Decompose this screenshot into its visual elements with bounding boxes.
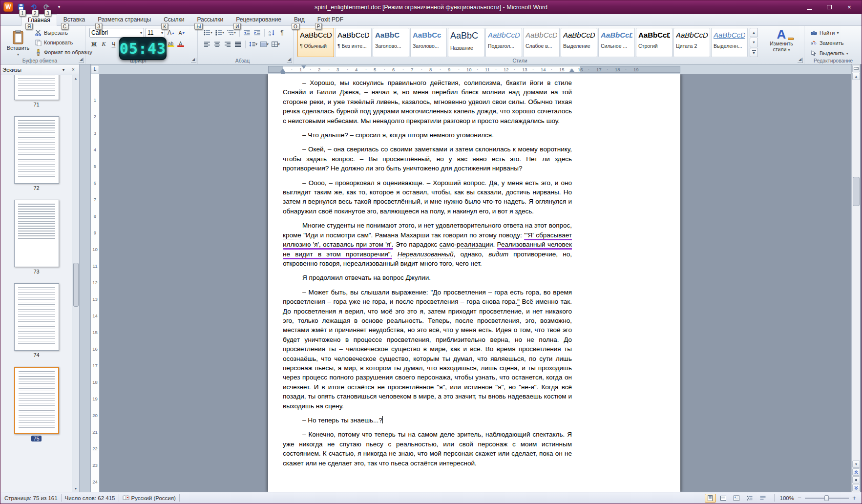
style-Слабое-в-[interactable]: AaBbCcDcСлабое в... xyxy=(523,28,560,57)
left-indent-marker[interactable] xyxy=(281,72,285,74)
zoom-out-button[interactable]: − xyxy=(796,494,803,502)
tab-вид[interactable]: ВидО xyxy=(288,14,311,26)
thumbnails-scroll-up[interactable]: ▲ xyxy=(73,75,79,82)
select-button[interactable]: Выделить▾ xyxy=(808,49,850,58)
view-fullscreen-button[interactable] xyxy=(718,494,729,503)
paragraph[interactable]: – Что дальше? – спросил я, когда шторм н… xyxy=(283,130,572,140)
paragraph[interactable]: – Хорошо, мы коснулись правильного дейст… xyxy=(283,78,572,126)
style-Заголово-[interactable]: AaBbCcЗаголово... xyxy=(410,28,447,57)
styles-dialog-launcher[interactable]: ◢ xyxy=(798,58,803,63)
minimize-button[interactable] xyxy=(799,2,819,12)
scroll-up-button[interactable]: ▲ xyxy=(852,73,860,80)
paragraph[interactable]: Многие студенты не понимают этого, и нет… xyxy=(283,221,572,268)
paragraph[interactable]: – Конечно, потому что теперь ты на самом… xyxy=(283,430,572,468)
numbering-button[interactable]: ▾ xyxy=(214,28,225,37)
font-dialog-launcher[interactable]: ◢ xyxy=(191,58,196,63)
view-print-layout-button[interactable] xyxy=(705,494,716,503)
thumbnails-scroll-down[interactable]: ▼ xyxy=(73,485,79,492)
word-count[interactable]: Число слов: 62 415 xyxy=(65,495,115,501)
sort-button[interactable]: АЯ xyxy=(267,28,276,37)
tab-вставка[interactable]: ВставкаС xyxy=(57,14,92,26)
page-thumbnail-72[interactable]: 72 xyxy=(14,116,59,191)
view-web-layout-button[interactable] xyxy=(731,494,742,503)
document-text[interactable]: – Хорошо, мы коснулись правильного дейст… xyxy=(283,78,572,473)
tab-foxit-pdf[interactable]: Foxit PDFР xyxy=(311,14,350,26)
paragraph[interactable]: – Может быть, вы слышали выражение: "До … xyxy=(283,288,572,411)
tab-главная[interactable]: ГлавнаяЯ xyxy=(21,14,57,26)
align-left-button[interactable] xyxy=(203,40,212,49)
align-center-button[interactable] xyxy=(213,40,222,49)
redo-button[interactable]: 3 xyxy=(42,2,51,12)
page-thumbnail-75[interactable]: 75 xyxy=(14,367,59,441)
thumbnails-scroll-thumb[interactable] xyxy=(73,263,79,307)
paragraph[interactable]: – Но теперь ты знаешь...? xyxy=(283,416,572,425)
borders-button[interactable]: ▾ xyxy=(271,40,281,49)
shading-button[interactable]: ▾ xyxy=(259,40,270,49)
format-painter-button[interactable]: Формат по образцу xyxy=(33,48,94,57)
paste-button[interactable]: Вставить ▾ xyxy=(5,28,31,59)
ruler-toggle-button[interactable] xyxy=(852,65,860,72)
page-indicator[interactable]: Страница: 75 из 161 xyxy=(4,495,58,501)
view-draft-button[interactable] xyxy=(757,494,769,503)
pane-splitter[interactable] xyxy=(80,64,91,492)
page-thumbnail-71[interactable]: 71 xyxy=(14,75,59,107)
undo-button[interactable]: 2 xyxy=(29,2,39,12)
replace-button[interactable]: ab Заменить xyxy=(808,39,850,47)
save-button[interactable]: 1 xyxy=(16,2,26,12)
change-styles-button[interactable]: A Изменить стили ▾ xyxy=(762,28,800,58)
style--Обычный[interactable]: AaBbCcDc¶ Обычный xyxy=(297,28,334,57)
grow-font-button[interactable]: А▲ xyxy=(167,28,176,38)
paragraph[interactable]: – Окей, – она сверилась со своими заметк… xyxy=(283,145,572,173)
horizontal-ruler[interactable]: 1·2·3·4·5·6·7·8·9·10·11·12·13·14·15·16·1… xyxy=(91,64,851,74)
style-Цитата-2[interactable]: AaBbCcDcЦитата 2 xyxy=(673,28,710,57)
style-Выделенн-[interactable]: AaBbCcDcВыделенн... xyxy=(711,28,748,57)
maximize-button[interactable] xyxy=(820,2,839,12)
shrink-font-button[interactable]: А▼ xyxy=(177,28,187,38)
increase-indent-button[interactable] xyxy=(252,28,262,37)
first-line-indent-marker[interactable] xyxy=(301,65,306,69)
scroll-thumb[interactable] xyxy=(853,177,860,206)
word-app-icon[interactable]: W xyxy=(3,2,13,12)
show-marks-button[interactable]: ¶ xyxy=(277,28,287,37)
decrease-indent-button[interactable] xyxy=(242,28,252,37)
copy-button[interactable]: Копировать xyxy=(33,38,94,47)
align-right-button[interactable] xyxy=(223,40,232,49)
find-button[interactable]: Найти▾ xyxy=(808,28,850,37)
paragraph[interactable]: – Оооо, – проворковал я оценивающе. – Хо… xyxy=(283,178,572,216)
style-Сильное-[interactable]: AaBbCcDcСильное ... xyxy=(598,28,635,57)
select-browse-object-button[interactable] xyxy=(852,476,860,483)
tab-разметка-страницы[interactable]: Разметка страницыЗ xyxy=(91,14,157,26)
style--Без-инте-[interactable]: AaBbCcDc¶ Без инте... xyxy=(335,28,372,57)
view-outline-button[interactable] xyxy=(744,494,756,503)
document-page[interactable]: – Хорошо, мы коснулись правильного дейст… xyxy=(268,74,680,492)
right-indent-marker[interactable] xyxy=(569,68,574,72)
language-indicator[interactable]: Русский (Россия) xyxy=(123,495,176,501)
qat-customize-button[interactable]: ▾ xyxy=(54,2,64,12)
zoom-level[interactable]: 100% xyxy=(780,495,794,501)
style-Заголово-[interactable]: AaBbCЗаголово... xyxy=(373,28,409,57)
page-thumbnail-73[interactable]: 73 xyxy=(14,200,59,274)
zoom-in-button[interactable]: + xyxy=(851,494,858,502)
tab-рецензирование[interactable]: РецензированиеИ xyxy=(230,14,288,26)
tab-рассылки[interactable]: РассылкиЫ xyxy=(190,14,230,26)
zoom-slider-handle[interactable] xyxy=(824,495,829,501)
underline-button[interactable]: Ч xyxy=(109,40,118,49)
italic-button[interactable]: К xyxy=(99,40,108,49)
tab-selector[interactable]: L xyxy=(91,65,99,73)
next-page-button[interactable] xyxy=(852,484,860,491)
page-thumbnail-74[interactable]: 74 xyxy=(14,283,59,358)
vertical-scrollbar[interactable]: ▲ ▼ xyxy=(851,64,860,492)
previous-page-button[interactable] xyxy=(852,468,860,476)
vertical-ruler[interactable]: 123456789101112131415161718192021222324 xyxy=(91,74,100,492)
style-Подзагол-[interactable]: AaBbCcDПодзагол... xyxy=(485,28,522,57)
bold-button[interactable]: Ж xyxy=(89,40,99,49)
gallery-scroll-down[interactable]: ▼ xyxy=(750,38,758,47)
thumbnails-dropdown-button[interactable]: ▾ xyxy=(60,66,67,74)
thumbnails-close-button[interactable]: × xyxy=(69,66,77,74)
clipboard-dialog-launcher[interactable]: ◢ xyxy=(79,58,84,63)
thumbnails-scrollbar[interactable]: ▲ ▼ xyxy=(72,75,79,492)
line-spacing-button[interactable]: ▾ xyxy=(248,40,258,49)
style-Выделение[interactable]: AaBbCcDcВыделение xyxy=(561,28,597,57)
highlight-color-button[interactable]: ab xyxy=(166,40,175,49)
style-Название[interactable]: AaBbCНазвание xyxy=(448,28,484,57)
